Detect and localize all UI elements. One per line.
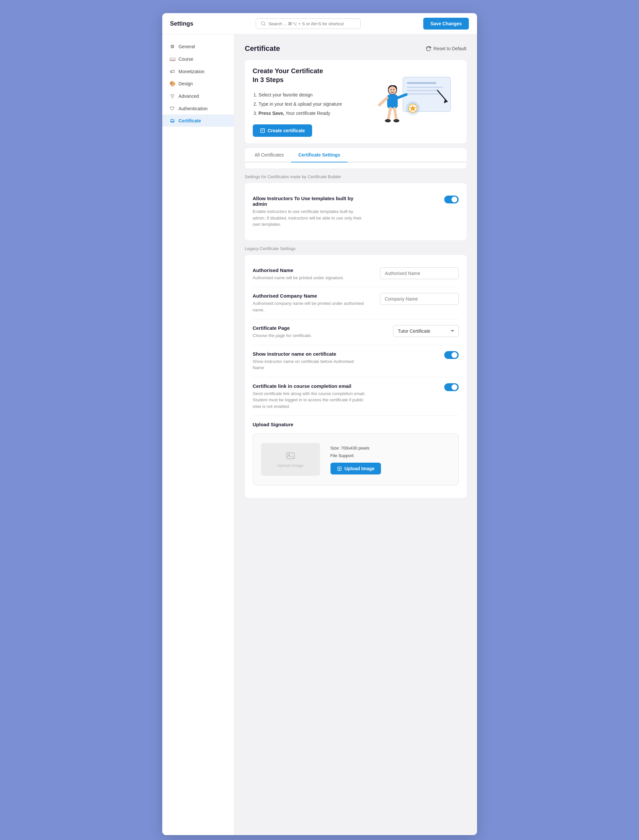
sidebar-item-label: Certificate <box>179 118 201 123</box>
search-icon <box>261 21 266 26</box>
authorised-company-label: Authorised Company Name <box>253 293 366 299</box>
main-layout: ⚙ General 📖 Course 🏷 Monetization 🎨 Desi… <box>162 35 477 835</box>
svg-point-23 <box>388 86 396 94</box>
certificate-page-desc: Choose the page for certificate. <box>253 332 366 339</box>
svg-rect-6 <box>407 82 436 84</box>
tab-all-certificates[interactable]: All Certificates <box>248 148 291 163</box>
certificate-link-label: Certificate link in course completion em… <box>253 383 366 389</box>
sidebar-item-label: Monetization <box>179 69 205 74</box>
sidebar-item-label: Design <box>179 81 193 86</box>
allow-instructors-toggle[interactable] <box>444 196 459 204</box>
sidebar-item-course[interactable]: 📖 Course <box>162 53 234 65</box>
promo-step-1: Select your favorite design <box>259 90 342 99</box>
auth-icon: 🛡 <box>170 106 175 111</box>
image-icon <box>286 451 295 461</box>
sidebar-item-monetization[interactable]: 🏷 Monetization <box>162 65 234 77</box>
upload-box: Upload image Size: 700x430 pixels File S… <box>253 434 459 485</box>
upload-size-info: Size: 700x430 pixels File Support: <box>331 444 381 460</box>
show-instructor-desc: Show instructor name on certificate befo… <box>253 358 366 371</box>
legacy-settings-card: Authorised Name Authorised name will be … <box>245 255 467 498</box>
settings-for-label: Settings for Certificates made by Certif… <box>245 174 467 179</box>
app-title: Settings <box>170 20 194 27</box>
svg-line-17 <box>379 98 387 105</box>
toggle-thumb <box>451 196 457 202</box>
certificate-link-control <box>444 383 459 391</box>
page-title: Certificate <box>245 44 280 53</box>
certificate-illustration <box>367 72 459 131</box>
reset-button[interactable]: Reset to Default <box>426 46 466 51</box>
promo-text-area: Create Your CertificateIn 3 Steps Select… <box>253 67 342 137</box>
upload-image-button[interactable]: Upload Image <box>331 463 381 475</box>
authorised-name-row: Authorised Name Authorised name will be … <box>253 261 459 287</box>
certificate-page-control: Tutor Certificate Custom Page <box>393 325 459 337</box>
promo-step-3: Press Save, Your certificate Ready <box>259 108 342 118</box>
svg-line-20 <box>394 108 396 120</box>
allow-instructors-control <box>444 196 459 204</box>
svg-rect-8 <box>407 90 438 91</box>
svg-rect-26 <box>286 453 294 459</box>
reset-label: Reset to Default <box>434 46 466 51</box>
refresh-icon <box>426 46 431 51</box>
file-support-text: File Support: <box>331 452 381 459</box>
search-input[interactable] <box>269 21 356 26</box>
certificate-page-select[interactable]: Tutor Certificate Custom Page <box>393 325 459 337</box>
authorised-name-control <box>380 268 459 279</box>
certificate-link-info: Certificate link in course completion em… <box>253 383 366 410</box>
authorised-name-label: Authorised Name <box>253 268 366 273</box>
certificate-page-label: Certificate Page <box>253 325 366 331</box>
svg-point-25 <box>393 89 394 90</box>
tabs: All Certificates Certificate Settings <box>245 148 467 163</box>
upload-icon <box>337 466 342 471</box>
show-instructor-row: Show instructor name on certificate Show… <box>253 345 459 377</box>
app-window: Settings Save Changes ⚙ General 📖 Course… <box>162 13 477 835</box>
toggle-thumb <box>451 352 457 358</box>
sidebar-item-label: General <box>179 44 195 49</box>
certificate-page-row: Certificate Page Choose the page for cer… <box>253 319 459 345</box>
illustration-svg <box>370 72 455 131</box>
size-text: Size: 700x430 pixels <box>331 444 381 452</box>
create-certificate-button[interactable]: Create certificate <box>253 124 312 137</box>
svg-line-1 <box>264 25 265 26</box>
authorised-company-desc: Authorised company name will be printed … <box>253 300 366 313</box>
create-btn-label: Create certificate <box>268 128 305 133</box>
sidebar: ⚙ General 📖 Course 🏷 Monetization 🎨 Desi… <box>162 35 234 835</box>
save-button[interactable]: Save Changes <box>423 18 469 30</box>
sidebar-item-design[interactable]: 🎨 Design <box>162 77 234 90</box>
svg-rect-16 <box>387 94 398 108</box>
sidebar-item-authentication[interactable]: 🛡 Authentication <box>162 102 234 115</box>
show-instructor-info: Show instructor name on certificate Show… <box>253 351 366 371</box>
promo-heading: Create Your CertificateIn 3 Steps <box>253 67 342 84</box>
advanced-icon: ▽ <box>170 93 175 99</box>
sidebar-item-advanced[interactable]: ▽ Advanced <box>162 90 234 102</box>
app-header: Settings Save Changes <box>162 13 477 35</box>
authorised-name-input[interactable] <box>380 268 459 279</box>
sidebar-item-certificate[interactable]: 🗂 Certificate <box>162 115 234 127</box>
svg-point-24 <box>391 89 391 90</box>
certificate-link-desc: Send certificate link along with the cou… <box>253 391 366 410</box>
legacy-label: Legacy Certificate Settings <box>245 246 467 251</box>
allow-instructors-desc: Enable instructors to use certificate te… <box>253 208 366 228</box>
sidebar-item-label: Authentication <box>179 106 208 111</box>
certificate-link-toggle[interactable] <box>444 383 459 391</box>
upload-btn-label: Upload Image <box>345 466 375 471</box>
search-bar[interactable] <box>256 18 361 29</box>
svg-line-19 <box>388 108 391 120</box>
certificate-icon: 🗂 <box>170 118 175 123</box>
upload-signature-row: Upload Signature Upload image <box>253 416 459 491</box>
tab-certificate-settings[interactable]: Certificate Settings <box>291 148 348 163</box>
authorised-company-control <box>380 293 459 305</box>
main-content: Certificate Reset to Default Create Your… <box>234 35 477 835</box>
upload-signature-label: Upload Signature <box>253 422 293 427</box>
tabs-container: All Certificates Certificate Settings <box>245 148 467 168</box>
authorised-company-info: Authorised Company Name Authorised compa… <box>253 293 366 313</box>
show-instructor-toggle[interactable] <box>444 351 459 359</box>
toggle-thumb <box>451 384 457 390</box>
svg-point-21 <box>385 119 391 123</box>
upload-info-area: Size: 700x430 pixels File Support: Uploa… <box>331 444 381 475</box>
sidebar-item-general[interactable]: ⚙ General <box>162 40 234 53</box>
authorised-name-desc: Authorised name will be printed under si… <box>253 275 366 281</box>
authorised-company-input[interactable] <box>380 293 459 305</box>
allow-instructors-label: Allow Instructors To Use templates built… <box>253 196 366 207</box>
svg-rect-2 <box>261 129 265 132</box>
sidebar-item-label: Course <box>179 56 194 62</box>
